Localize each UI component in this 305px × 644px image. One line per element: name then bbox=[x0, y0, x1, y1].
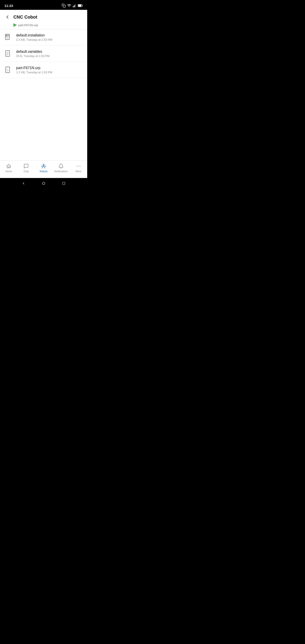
nav-item-robots[interactable]: Robots bbox=[35, 162, 52, 174]
home-nav-label: Home bbox=[5, 170, 12, 173]
svg-rect-0 bbox=[63, 5, 66, 8]
battery-icon bbox=[78, 4, 83, 7]
svg-point-27 bbox=[80, 166, 80, 166]
active-file-label: part-F671N.urp bbox=[18, 24, 38, 27]
svg-point-1 bbox=[69, 6, 69, 7]
robots-nav-label: Robots bbox=[40, 170, 48, 173]
installation-file-name: default.installation bbox=[16, 33, 84, 37]
back-arrow-icon bbox=[6, 16, 10, 18]
svg-text:12: 12 bbox=[6, 36, 7, 37]
status-icons bbox=[62, 4, 83, 8]
file-item-installation[interactable]: AB 12 default.installation 2.3 KB, Tuesd… bbox=[0, 29, 87, 46]
notifications-nav-label: Notifications bbox=[54, 170, 68, 173]
app-bar-subtitle: part-F671N.urp bbox=[4, 23, 84, 29]
svg-point-25 bbox=[77, 166, 77, 166]
chat-nav-icon bbox=[23, 163, 29, 169]
more-nav-label: More bbox=[76, 170, 81, 173]
variables-file-name: default.variables bbox=[16, 50, 84, 54]
svg-rect-2 bbox=[73, 6, 73, 8]
android-recents-button[interactable] bbox=[62, 181, 66, 186]
urp-file-info: part-F671N.urp 1.2 KB, Tuesday at 1:53 P… bbox=[16, 66, 84, 74]
status-bar: 11:23 bbox=[0, 0, 87, 10]
urp-file-meta: 1.2 KB, Tuesday at 1:53 PM bbox=[16, 71, 84, 74]
nav-item-notifications[interactable]: Notifications bbox=[52, 162, 70, 174]
svg-text:<>: <> bbox=[6, 68, 8, 70]
variables-file-info: default.variables 33 B, Tuesday at 1:53 … bbox=[16, 50, 84, 58]
installation-file-icon: AB 12 bbox=[4, 33, 12, 42]
svg-point-28 bbox=[42, 182, 45, 185]
copy-icon bbox=[62, 4, 66, 8]
nav-item-home[interactable]: Home bbox=[0, 162, 18, 174]
svg-point-24 bbox=[44, 164, 44, 164]
robots-nav-icon bbox=[41, 163, 46, 169]
svg-rect-4 bbox=[74, 5, 75, 7]
file-item-urp[interactable]: <> part-F671N.urp 1.2 KB, Tuesday at 1:5… bbox=[0, 62, 87, 78]
variables-file-icon bbox=[4, 49, 12, 58]
chat-nav-label: Chat bbox=[24, 170, 28, 173]
svg-point-26 bbox=[78, 166, 79, 166]
nav-item-more[interactable]: More bbox=[70, 162, 87, 174]
variables-file-meta: 33 B, Tuesday at 1:53 PM bbox=[16, 54, 84, 58]
svg-rect-7 bbox=[78, 5, 82, 6]
signal-icon bbox=[72, 4, 76, 8]
android-back-button[interactable] bbox=[21, 181, 26, 186]
playing-status-icon bbox=[14, 23, 17, 27]
more-nav-icon bbox=[76, 163, 82, 169]
svg-point-23 bbox=[43, 164, 44, 166]
file-item-variables[interactable]: default.variables 33 B, Tuesday at 1:53 … bbox=[0, 46, 87, 62]
svg-rect-19 bbox=[6, 67, 10, 73]
notifications-nav-icon bbox=[58, 163, 64, 169]
android-home-button[interactable] bbox=[41, 181, 46, 186]
urp-file-icon: <> bbox=[4, 66, 12, 74]
installation-file-info: default.installation 2.3 KB, Tuesday at … bbox=[16, 33, 84, 41]
page-title: CNC Cobot bbox=[14, 14, 37, 20]
status-time: 11:23 bbox=[4, 4, 13, 8]
urp-file-name: part-F671N.urp bbox=[16, 66, 84, 70]
svg-rect-3 bbox=[74, 6, 74, 8]
file-list: AB 12 default.installation 2.3 KB, Tuesd… bbox=[0, 29, 87, 160]
nav-item-chat[interactable]: Chat bbox=[18, 162, 35, 174]
android-nav-bar bbox=[0, 178, 87, 189]
svg-rect-14 bbox=[6, 50, 10, 56]
app-bar: CNC Cobot part-F671N.urp bbox=[0, 10, 87, 29]
svg-rect-5 bbox=[75, 4, 76, 8]
wifi-icon bbox=[67, 4, 71, 8]
installation-file-meta: 2.3 KB, Tuesday at 1:53 PM bbox=[16, 38, 84, 41]
back-button[interactable] bbox=[4, 12, 12, 22]
bottom-nav: Home Chat Robots Notifi bbox=[0, 160, 87, 178]
home-nav-icon bbox=[6, 163, 12, 169]
svg-rect-29 bbox=[62, 182, 65, 185]
